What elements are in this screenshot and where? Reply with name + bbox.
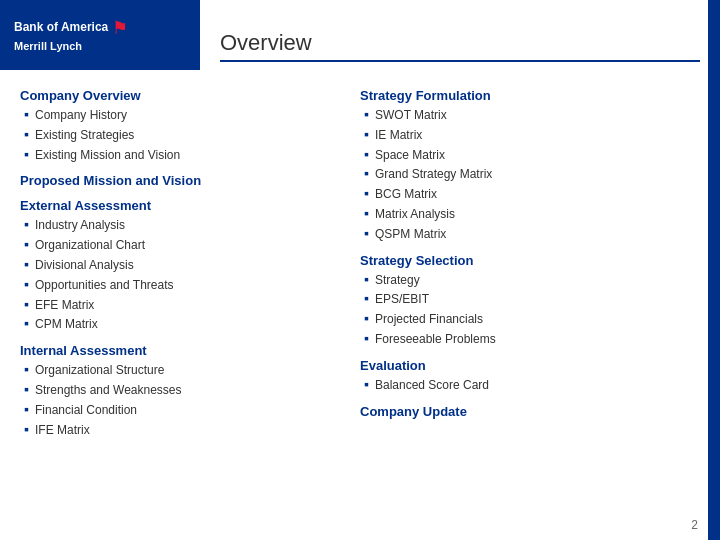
section-header-0: Company Overview [20, 88, 340, 103]
bullet-icon: ▪ [364, 166, 369, 180]
item-text: CPM Matrix [35, 316, 98, 333]
list-item: ▪Opportunities and Threats [20, 277, 340, 294]
logo-merrill-name: Merrill Lynch [14, 39, 82, 53]
item-text: BCG Matrix [375, 186, 437, 203]
bullet-icon: ▪ [364, 147, 369, 161]
list-item: ▪EFE Matrix [20, 297, 340, 314]
item-text: Grand Strategy Matrix [375, 166, 492, 183]
item-text: Matrix Analysis [375, 206, 455, 223]
list-item: ▪IFE Matrix [20, 422, 340, 439]
list-item: ▪Industry Analysis [20, 217, 340, 234]
item-text: Balanced Score Card [375, 377, 489, 394]
page-number: 2 [691, 518, 698, 532]
list-item: ▪Space Matrix [360, 147, 680, 164]
list-item: ▪Foreseeable Problems [360, 331, 680, 348]
bullet-icon: ▪ [24, 422, 29, 436]
bullet-icon: ▪ [24, 257, 29, 271]
logo-row-merrill: Merrill Lynch [14, 39, 186, 53]
item-text: Foreseeable Problems [375, 331, 496, 348]
bullet-icon: ▪ [364, 127, 369, 141]
item-text: Company History [35, 107, 127, 124]
list-item: ▪Projected Financials [360, 311, 680, 328]
logo-icon: ⚑ [112, 17, 128, 39]
item-text: Organizational Chart [35, 237, 145, 254]
logo-bank-name: Bank of America [14, 20, 108, 36]
item-text: Projected Financials [375, 311, 483, 328]
bullet-icon: ▪ [364, 377, 369, 391]
item-text: Divisional Analysis [35, 257, 134, 274]
title-underline [220, 60, 700, 62]
list-item: ▪Divisional Analysis [20, 257, 340, 274]
bullet-icon: ▪ [364, 272, 369, 286]
right-column: Strategy Formulation▪SWOT Matrix▪IE Matr… [350, 88, 690, 441]
item-text: Organizational Structure [35, 362, 164, 379]
section-header-1: Proposed Mission and Vision [20, 173, 340, 188]
list-item: ▪CPM Matrix [20, 316, 340, 333]
bullet-icon: ▪ [24, 402, 29, 416]
item-text: SWOT Matrix [375, 107, 447, 124]
page-title: Overview [220, 30, 700, 56]
list-item: ▪QSPM Matrix [360, 226, 680, 243]
item-text: EPS/EBIT [375, 291, 429, 308]
list-item: ▪Existing Mission and Vision [20, 147, 340, 164]
bullet-icon: ▪ [364, 311, 369, 325]
item-text: QSPM Matrix [375, 226, 446, 243]
section-header-3: Internal Assessment [20, 343, 340, 358]
bullet-icon: ▪ [24, 362, 29, 376]
list-item: ▪IE Matrix [360, 127, 680, 144]
list-item: ▪Existing Strategies [20, 127, 340, 144]
bullet-icon: ▪ [364, 206, 369, 220]
list-item: ▪SWOT Matrix [360, 107, 680, 124]
bullet-icon: ▪ [364, 186, 369, 200]
bullet-icon: ▪ [364, 331, 369, 345]
item-text: Existing Strategies [35, 127, 134, 144]
list-item: ▪Matrix Analysis [360, 206, 680, 223]
bullet-icon: ▪ [364, 107, 369, 121]
list-item: ▪Balanced Score Card [360, 377, 680, 394]
list-item: ▪Organizational Structure [20, 362, 340, 379]
left-column: Company Overview▪Company History▪Existin… [20, 88, 350, 441]
bullet-icon: ▪ [24, 237, 29, 251]
bullet-icon: ▪ [24, 382, 29, 396]
item-text: Financial Condition [35, 402, 137, 419]
bullet-icon: ▪ [24, 147, 29, 161]
section-header-2: External Assessment [20, 198, 340, 213]
bullet-icon: ▪ [24, 297, 29, 311]
list-item: ▪Financial Condition [20, 402, 340, 419]
section-header-2: Evaluation [360, 358, 680, 373]
logo-row-bank: Bank of America ⚑ [14, 17, 186, 39]
bullet-icon: ▪ [364, 226, 369, 240]
logo-box: Bank of America ⚑ Merrill Lynch [0, 0, 200, 70]
item-text: Opportunities and Threats [35, 277, 174, 294]
section-header-1: Strategy Selection [360, 253, 680, 268]
item-text: IFE Matrix [35, 422, 90, 439]
list-item: ▪Strategy [360, 272, 680, 289]
item-text: IE Matrix [375, 127, 422, 144]
list-item: ▪BCG Matrix [360, 186, 680, 203]
list-item: ▪Strengths and Weaknesses [20, 382, 340, 399]
list-item: ▪Company History [20, 107, 340, 124]
list-item: ▪Grand Strategy Matrix [360, 166, 680, 183]
content-area: Company Overview▪Company History▪Existin… [0, 70, 720, 451]
item-text: Industry Analysis [35, 217, 125, 234]
bullet-icon: ▪ [24, 107, 29, 121]
header: Bank of America ⚑ Merrill Lynch Overview [0, 0, 720, 70]
bullet-icon: ▪ [24, 217, 29, 231]
item-text: Existing Mission and Vision [35, 147, 180, 164]
right-accent-bar [708, 0, 720, 540]
list-item: ▪EPS/EBIT [360, 291, 680, 308]
item-text: Space Matrix [375, 147, 445, 164]
bullet-icon: ▪ [24, 127, 29, 141]
bullet-icon: ▪ [24, 316, 29, 330]
section-header-0: Strategy Formulation [360, 88, 680, 103]
item-text: EFE Matrix [35, 297, 94, 314]
item-text: Strengths and Weaknesses [35, 382, 182, 399]
title-area: Overview [200, 0, 720, 70]
section-header-3: Company Update [360, 404, 680, 419]
list-item: ▪Organizational Chart [20, 237, 340, 254]
item-text: Strategy [375, 272, 420, 289]
bullet-icon: ▪ [24, 277, 29, 291]
bullet-icon: ▪ [364, 291, 369, 305]
